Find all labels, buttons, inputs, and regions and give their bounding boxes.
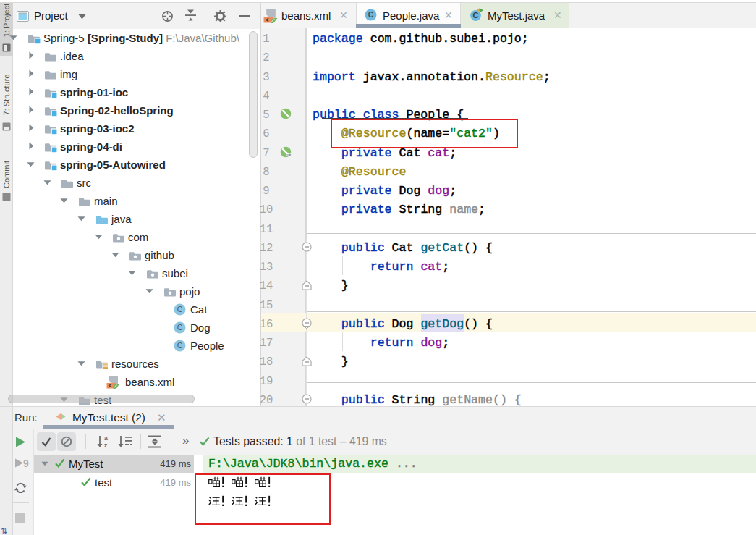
svg-text:C: C: [368, 10, 374, 19]
svg-text:9: 9: [23, 458, 29, 468]
svg-text:C: C: [177, 323, 183, 332]
svg-text:C: C: [177, 341, 183, 350]
svg-text:a: a: [104, 434, 108, 442]
svg-text:z: z: [104, 442, 107, 449]
svg-text:C: C: [473, 11, 479, 20]
svg-text:C: C: [177, 305, 183, 313]
